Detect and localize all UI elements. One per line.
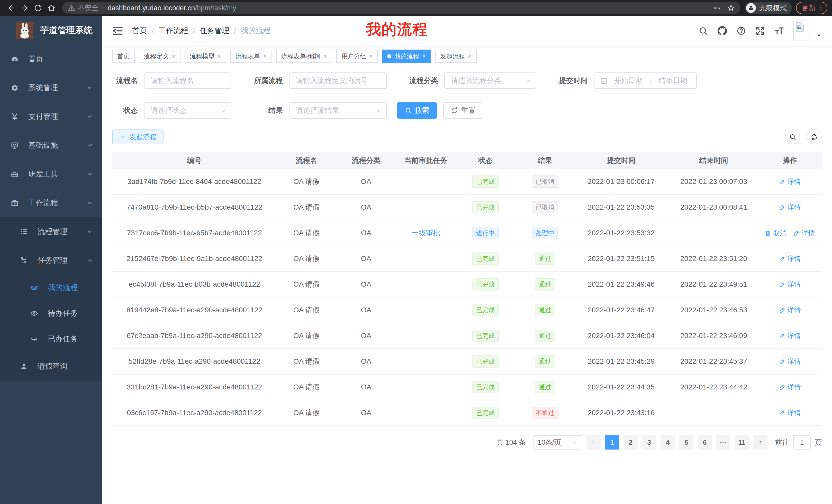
table-toolbar: 发起流程	[112, 130, 822, 144]
action-label: 详情	[802, 229, 815, 237]
page-button-5[interactable]: 5	[679, 435, 694, 450]
category-select[interactable]	[444, 73, 536, 89]
toggle-search-button[interactable]	[785, 130, 800, 144]
detail-link[interactable]: 详情	[779, 357, 801, 366]
tab-流程表单[interactable]: 流程表单×	[230, 50, 272, 63]
refresh-table-button[interactable]	[807, 130, 822, 144]
close-icon[interactable]: ×	[217, 53, 221, 60]
task-link[interactable]: 一级审批	[411, 229, 440, 237]
sidebar-item-任务管理[interactable]: 任务管理	[0, 246, 102, 275]
prev-page-button[interactable]	[587, 435, 601, 450]
page-size-select[interactable]: 10条/页	[533, 435, 582, 450]
app-logo[interactable]: 芋道管理系统	[0, 16, 102, 45]
tab-发起流程[interactable]: 发起流程×	[435, 50, 477, 63]
pager-ellipsis[interactable]: ···	[716, 435, 730, 450]
close-icon[interactable]: ×	[468, 53, 471, 60]
detail-link[interactable]: 详情	[779, 254, 801, 263]
result: 不通过	[515, 407, 575, 419]
page-button-11[interactable]: 11	[734, 435, 749, 450]
status-badge: 已完成	[472, 381, 499, 393]
result-badge: 不通过	[532, 407, 558, 419]
detail-link[interactable]: 详情	[779, 383, 801, 392]
detail-link[interactable]: 详情	[779, 306, 801, 315]
result: 通过	[515, 253, 575, 265]
reload-icon[interactable]	[31, 1, 45, 15]
sidebar-item-待办任务[interactable]: 待办任务	[0, 301, 102, 326]
parent-process-input[interactable]	[289, 73, 387, 89]
sidebar-item-研发工具[interactable]: 研发工具	[0, 160, 102, 189]
close-icon[interactable]: ×	[263, 53, 267, 60]
cell-actions: 详情	[760, 203, 820, 212]
close-icon[interactable]: ×	[323, 53, 327, 60]
sidebar-item-我的流程[interactable]: 我的流程	[0, 275, 102, 301]
page-button-2[interactable]: 2	[623, 435, 638, 450]
chrome-menu-icon[interactable]	[817, 5, 824, 11]
cancel-link[interactable]: 取消	[765, 229, 786, 237]
tab-流程表单-编辑[interactable]: 流程表单-编辑×	[276, 50, 332, 63]
detail-link[interactable]: 详情	[779, 331, 801, 340]
sidebar-item-label: 支付管理	[28, 111, 58, 122]
github-icon[interactable]	[717, 26, 727, 36]
submit-time-range-picker[interactable]: 开始日期 - 结束日期	[594, 73, 697, 89]
status-select[interactable]	[144, 102, 231, 119]
sidebar-item-流程管理[interactable]: 流程管理	[0, 217, 102, 246]
close-icon[interactable]: ×	[172, 53, 175, 60]
category-select-input[interactable]	[444, 73, 536, 89]
url-bar[interactable]: 不安全 dashboard.yudao.iocoder.cn/bpm/task/…	[62, 2, 740, 14]
breadcrumb-item: 工作流程	[158, 26, 188, 36]
help-icon[interactable]	[736, 26, 746, 36]
search-icon[interactable]	[698, 26, 708, 36]
sidebar-item-首页[interactable]: 首页	[0, 45, 102, 74]
sidebar-item-系统管理[interactable]: 系统管理	[0, 74, 102, 102]
cell-process-id: 2152467e-7b9b-11ec-9a1b-acde48001122	[112, 255, 277, 263]
menu-fold-icon[interactable]	[112, 25, 123, 36]
close-icon[interactable]: ×	[369, 53, 373, 60]
next-page-button[interactable]	[753, 435, 768, 450]
search-button[interactable]: 搜索	[397, 102, 437, 119]
detail-link[interactable]: 详情	[779, 409, 801, 417]
sidebar-item-支付管理[interactable]: 支付管理	[0, 102, 102, 131]
process-name-input[interactable]	[144, 73, 231, 89]
status-select-input[interactable]	[144, 102, 231, 119]
bookmark-star-icon[interactable]	[727, 4, 735, 12]
goto-page-input[interactable]	[793, 435, 811, 450]
detail-link[interactable]: 详情	[779, 177, 801, 186]
page-button-1[interactable]: 1	[605, 435, 619, 450]
sidebar-item-已办任务[interactable]: 已办任务	[0, 326, 102, 352]
sidebar-item-基础设施[interactable]: 基础设施	[0, 131, 102, 160]
tab-流程定义[interactable]: 流程定义×	[139, 50, 181, 63]
detail-link[interactable]: 详情	[793, 229, 815, 237]
caret-down-icon[interactable]	[816, 32, 822, 37]
create-process-button[interactable]: 发起流程	[112, 130, 163, 144]
fullscreen-icon[interactable]	[755, 26, 765, 36]
font-size-icon[interactable]	[774, 26, 784, 36]
result-select[interactable]	[289, 102, 387, 119]
tab-用户分组[interactable]: 用户分组×	[336, 50, 378, 63]
reset-button[interactable]: 重置	[443, 102, 483, 119]
browser-toolbar: 不安全 dashboard.yudao.iocoder.cn/bpm/task/…	[0, 0, 832, 16]
sidebar-item-请假查询[interactable]: 请假查询	[0, 352, 102, 381]
tab-首页[interactable]: 首页	[112, 50, 135, 63]
trash-icon	[765, 230, 771, 236]
detail-link[interactable]: 详情	[779, 203, 801, 212]
page-button-4[interactable]: 4	[660, 435, 675, 450]
detail-link[interactable]: 详情	[779, 280, 801, 289]
status: 进行中	[456, 227, 515, 239]
back-icon[interactable]	[5, 1, 18, 15]
column-header: 结束时间	[668, 156, 760, 165]
password-key-icon[interactable]	[713, 4, 721, 12]
page-button-6[interactable]: 6	[698, 435, 712, 450]
sidebar-item-工作流程[interactable]: 工作流程	[0, 189, 102, 217]
close-icon[interactable]: ×	[422, 53, 426, 60]
breadcrumb-item[interactable]: 首页	[132, 26, 147, 36]
result: 已取消	[515, 201, 575, 214]
page-button-3[interactable]: 3	[642, 435, 656, 450]
avatar[interactable]	[794, 21, 810, 41]
chrome-update-button[interactable]: 更新	[796, 2, 827, 14]
home-icon[interactable]	[45, 1, 58, 15]
forward-icon[interactable]	[18, 1, 31, 15]
tab-我的流程[interactable]: 我的流程×	[382, 50, 431, 63]
result-select-input[interactable]	[289, 102, 387, 119]
tab-流程模型[interactable]: 流程模型×	[185, 50, 226, 63]
action-label: 详情	[787, 254, 801, 263]
